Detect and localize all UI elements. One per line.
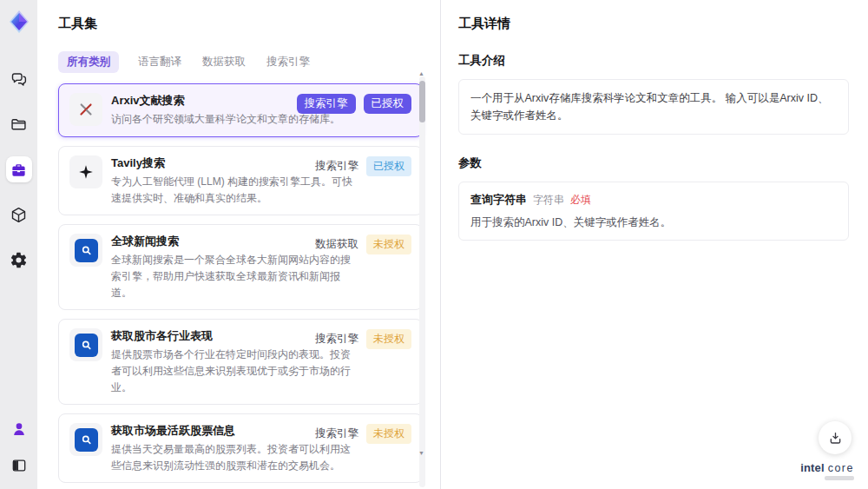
- tool-icon-tile: [69, 234, 102, 267]
- param-description: 用于搜索的Arxiv ID、关键字或作者姓名。: [470, 215, 837, 230]
- tool-list: Arxiv文献搜索 访问各个研究领域大量科学论文和文章的存储库。 搜索引擎 已授…: [58, 83, 423, 489]
- auth-status-badge: 未授权: [366, 424, 411, 444]
- search-app-icon: [75, 239, 98, 262]
- tool-badges: 数据获取 未授权: [315, 235, 411, 254]
- scroll-down-icon[interactable]: ▼: [418, 450, 424, 456]
- brand-mark: intel core: [800, 461, 854, 480]
- tool-icon-tile: [69, 328, 102, 361]
- category-label: 搜索引擎: [315, 426, 358, 441]
- param-required-flag: 必填: [570, 193, 591, 208]
- cube-icon: [10, 206, 28, 224]
- param-header: 查询字符串 字符串 必填: [470, 192, 837, 208]
- tool-description: 专为人工智能代理 (LLM) 构建的搜索引擎工具。可快速提供实时、准确和真实的结…: [111, 174, 352, 206]
- icon-rail: [0, 0, 37, 489]
- scrollbar-track[interactable]: [419, 76, 425, 487]
- tool-detail-panel: 工具详情 工具介绍 一个用于从Arxiv存储库搜索科学论文和文章的工具。 输入可…: [440, 0, 868, 489]
- tool-card-global-news[interactable]: 全球新闻搜索 全球新闻搜索是一个聚合全球各大新闻网站内容的搜索引擎，帮助用户快速…: [58, 224, 423, 310]
- tools-panel: 工具集 所有类别 语言翻译 数据获取 搜索引擎 Arxiv文献搜索 访问各个研究…: [37, 0, 440, 489]
- download-icon: [827, 430, 844, 446]
- sidebar-item-models[interactable]: [6, 202, 32, 228]
- category-label: 搜索引擎: [315, 332, 358, 347]
- scrollbar-thumb[interactable]: [419, 81, 425, 122]
- category-tabs: 所有类别 语言翻译 数据获取 搜索引擎: [58, 51, 440, 73]
- intro-section-title: 工具介绍: [458, 53, 849, 69]
- folder-icon: [10, 116, 28, 134]
- page-title: 工具集: [58, 16, 440, 32]
- user-icon: [10, 420, 28, 438]
- tool-description: 全球新闻搜索是一个聚合全球各大新闻网站内容的搜索引擎，帮助用户快速获取全球最新资…: [111, 252, 352, 301]
- search-app-icon: [75, 334, 98, 357]
- tab-all-categories[interactable]: 所有类别: [58, 51, 119, 73]
- gem-logo-icon: [6, 9, 32, 35]
- sidebar-collapse-button[interactable]: [6, 453, 32, 479]
- search-app-icon: [75, 428, 98, 452]
- tool-card-arxiv[interactable]: Arxiv文献搜索 访问各个研究领域大量科学论文和文章的存储库。 搜索引擎 已授…: [58, 83, 423, 137]
- param-type: 字符串: [533, 193, 564, 208]
- brand-intel: intel: [800, 461, 825, 474]
- tool-badges: 搜索引擎 未授权: [315, 329, 411, 349]
- sidebar-item-settings[interactable]: [6, 247, 32, 273]
- tool-icon-tile: [69, 155, 102, 188]
- app-logo[interactable]: [4, 7, 34, 36]
- tool-card-most-active-stocks[interactable]: 获取市场最活跃股票信息 提供当天交易量最高的股票列表。投资者可以利用这些信息来识…: [58, 413, 423, 483]
- brand-core: core: [828, 462, 854, 474]
- arxiv-icon: [76, 100, 95, 119]
- rail-nav: [6, 66, 32, 273]
- download-button[interactable]: [819, 421, 852, 454]
- tab-search-engine[interactable]: 搜索引擎: [265, 51, 312, 73]
- sidebar-item-chat[interactable]: [6, 66, 32, 92]
- sidebar-item-tools[interactable]: [6, 156, 32, 182]
- chat-icon: [10, 70, 28, 89]
- params-section-title: 参数: [458, 155, 849, 171]
- list-scrollbar[interactable]: ▲ ▼: [419, 76, 425, 487]
- param-box: 查询字符串 字符串 必填 用于搜索的Arxiv ID、关键字或作者姓名。: [458, 182, 849, 241]
- auth-status-badge: 已授权: [364, 94, 412, 114]
- sidebar-item-files[interactable]: [6, 111, 32, 137]
- tool-badges: 搜索引擎 已授权: [297, 94, 412, 114]
- tavily-star-icon: [76, 162, 95, 182]
- tool-description: 提供股票市场各个行业在特定时间段内的表现。投资者可以利用这些信息来识别表现优于或…: [111, 347, 352, 395]
- tool-badges: 搜索引擎 未授权: [315, 424, 411, 444]
- tool-card-sector-performance[interactable]: 获取股市各行业表现 提供股票市场各个行业在特定时间段内的表现。投资者可以利用这些…: [58, 319, 423, 405]
- param-name: 查询字符串: [470, 192, 527, 208]
- sidebar-item-account[interactable]: [6, 416, 32, 442]
- panel-toggle-icon: [10, 457, 28, 474]
- category-badge: 搜索引擎: [297, 94, 356, 114]
- gear-icon: [10, 251, 28, 269]
- scroll-up-icon[interactable]: ▲: [418, 70, 424, 76]
- briefcase-icon: [10, 162, 27, 178]
- brand-sub-badge: [825, 476, 854, 480]
- tab-data-fetch[interactable]: 数据获取: [201, 51, 247, 73]
- tool-icon-tile: [69, 93, 102, 126]
- detail-title: 工具详情: [458, 16, 849, 32]
- tool-icon-tile: [69, 423, 102, 456]
- tab-translation[interactable]: 语言翻译: [136, 51, 183, 73]
- brand-text: intel core: [800, 461, 854, 474]
- rail-bottom: [6, 416, 32, 479]
- tool-badges: 搜索引擎 已授权: [315, 156, 411, 176]
- tool-card-tavily[interactable]: Tavily搜索 专为人工智能代理 (LLM) 构建的搜索引擎工具。可快速提供实…: [58, 146, 423, 215]
- tool-description: 提供当天交易量最高的股票列表。投资者可以利用这些信息来识别流动性强的股票和潜在的…: [111, 441, 352, 473]
- auth-status-badge: 已授权: [366, 156, 411, 176]
- auth-status-badge: 未授权: [366, 235, 411, 254]
- intro-box: 一个用于从Arxiv存储库搜索科学论文和文章的工具。 输入可以是Arxiv ID…: [458, 79, 849, 135]
- auth-status-badge: 未授权: [366, 329, 411, 349]
- intro-text: 一个用于从Arxiv存储库搜索科学论文和文章的工具。 输入可以是Arxiv ID…: [470, 89, 837, 124]
- category-label: 搜索引擎: [315, 159, 358, 174]
- category-label: 数据获取: [315, 237, 358, 252]
